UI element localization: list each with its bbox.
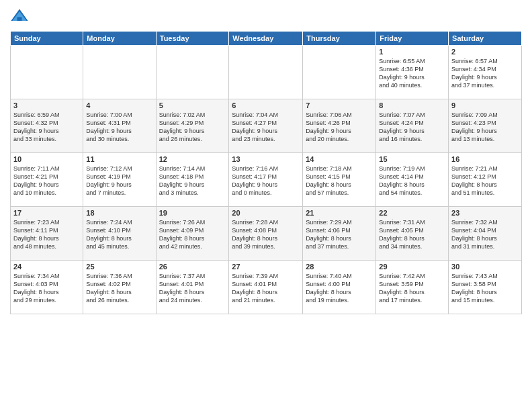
calendar-cell: 28Sunrise: 7:40 AM Sunset: 4:00 PM Dayli… — [303, 261, 376, 314]
page: SundayMondayTuesdayWednesdayThursdayFrid… — [0, 0, 532, 411]
day-number: 24 — [13, 263, 80, 271]
day-info: Sunrise: 7:34 AM Sunset: 4:03 PM Dayligh… — [13, 272, 80, 305]
day-number: 20 — [232, 209, 300, 217]
calendar-cell: 17Sunrise: 7:23 AM Sunset: 4:11 PM Dayli… — [11, 207, 83, 261]
day-number: 3 — [13, 101, 80, 109]
logo — [10, 7, 32, 26]
calendar-cell: 2Sunrise: 6:57 AM Sunset: 4:34 PM Daylig… — [449, 46, 522, 99]
day-number: 6 — [232, 101, 300, 109]
calendar-cell: 5Sunrise: 7:02 AM Sunset: 4:29 PM Daylig… — [156, 99, 229, 153]
day-number: 4 — [86, 101, 152, 109]
week-row-4: 17Sunrise: 7:23 AM Sunset: 4:11 PM Dayli… — [11, 207, 522, 261]
calendar-cell — [11, 46, 83, 99]
logo-icon — [10, 7, 29, 26]
calendar-cell: 29Sunrise: 7:42 AM Sunset: 3:59 PM Dayli… — [376, 261, 449, 314]
day-number: 11 — [86, 155, 152, 163]
day-number: 1 — [379, 48, 445, 56]
calendar-cell: 12Sunrise: 7:14 AM Sunset: 4:18 PM Dayli… — [156, 153, 229, 207]
calendar-cell: 25Sunrise: 7:36 AM Sunset: 4:02 PM Dayli… — [83, 261, 156, 314]
calendar-header-row: SundayMondayTuesdayWednesdayThursdayFrid… — [11, 32, 522, 46]
day-info: Sunrise: 7:09 AM Sunset: 4:23 PM Dayligh… — [451, 111, 519, 144]
day-info: Sunrise: 6:59 AM Sunset: 4:32 PM Dayligh… — [13, 111, 80, 144]
calendar-cell — [83, 46, 156, 99]
day-number: 17 — [13, 209, 80, 217]
day-number: 13 — [232, 155, 300, 163]
day-info: Sunrise: 7:40 AM Sunset: 4:00 PM Dayligh… — [306, 272, 373, 305]
day-info: Sunrise: 7:19 AM Sunset: 4:14 PM Dayligh… — [379, 165, 445, 197]
day-info: Sunrise: 7:39 AM Sunset: 4:01 PM Dayligh… — [232, 272, 300, 305]
day-number: 7 — [306, 101, 373, 109]
day-number: 25 — [86, 263, 152, 271]
calendar-cell: 18Sunrise: 7:24 AM Sunset: 4:10 PM Dayli… — [83, 207, 156, 261]
day-info: Sunrise: 7:42 AM Sunset: 3:59 PM Dayligh… — [379, 272, 445, 305]
calendar-cell: 4Sunrise: 7:00 AM Sunset: 4:31 PM Daylig… — [83, 99, 156, 153]
day-info: Sunrise: 7:14 AM Sunset: 4:18 PM Dayligh… — [159, 165, 226, 197]
calendar-cell — [303, 46, 376, 99]
calendar-cell: 6Sunrise: 7:04 AM Sunset: 4:27 PM Daylig… — [229, 99, 303, 153]
week-row-3: 10Sunrise: 7:11 AM Sunset: 4:21 PM Dayli… — [11, 153, 522, 207]
day-number: 21 — [306, 209, 373, 217]
day-info: Sunrise: 7:29 AM Sunset: 4:06 PM Dayligh… — [306, 218, 373, 251]
day-info: Sunrise: 6:57 AM Sunset: 4:34 PM Dayligh… — [451, 57, 519, 90]
day-info: Sunrise: 7:26 AM Sunset: 4:09 PM Dayligh… — [159, 218, 226, 251]
day-number: 16 — [451, 155, 519, 163]
day-info: Sunrise: 7:43 AM Sunset: 3:58 PM Dayligh… — [451, 272, 519, 305]
column-header-thursday: Thursday — [303, 32, 376, 46]
column-header-sunday: Sunday — [11, 32, 83, 46]
calendar-cell: 21Sunrise: 7:29 AM Sunset: 4:06 PM Dayli… — [303, 207, 376, 261]
day-number: 10 — [13, 155, 80, 163]
day-info: Sunrise: 7:32 AM Sunset: 4:04 PM Dayligh… — [451, 218, 519, 251]
day-number: 14 — [306, 155, 373, 163]
day-number: 30 — [451, 263, 519, 271]
column-header-saturday: Saturday — [449, 32, 522, 46]
day-info: Sunrise: 7:02 AM Sunset: 4:29 PM Dayligh… — [159, 111, 226, 144]
calendar-cell: 27Sunrise: 7:39 AM Sunset: 4:01 PM Dayli… — [229, 261, 303, 314]
day-info: Sunrise: 6:55 AM Sunset: 4:36 PM Dayligh… — [379, 57, 445, 90]
day-info: Sunrise: 7:04 AM Sunset: 4:27 PM Dayligh… — [232, 111, 300, 144]
day-number: 22 — [379, 209, 445, 217]
calendar-cell: 11Sunrise: 7:12 AM Sunset: 4:19 PM Dayli… — [83, 153, 156, 207]
calendar-cell — [156, 46, 229, 99]
calendar-cell: 16Sunrise: 7:21 AM Sunset: 4:12 PM Dayli… — [449, 153, 522, 207]
calendar-cell: 9Sunrise: 7:09 AM Sunset: 4:23 PM Daylig… — [449, 99, 522, 153]
day-number: 23 — [451, 209, 519, 217]
day-number: 9 — [451, 101, 519, 109]
week-row-2: 3Sunrise: 6:59 AM Sunset: 4:32 PM Daylig… — [11, 99, 522, 153]
calendar-cell: 19Sunrise: 7:26 AM Sunset: 4:09 PM Dayli… — [156, 207, 229, 261]
day-info: Sunrise: 7:06 AM Sunset: 4:26 PM Dayligh… — [306, 111, 373, 144]
calendar-cell: 7Sunrise: 7:06 AM Sunset: 4:26 PM Daylig… — [303, 99, 376, 153]
day-number: 5 — [159, 101, 226, 109]
calendar: SundayMondayTuesdayWednesdayThursdayFrid… — [10, 31, 522, 314]
day-number: 26 — [159, 263, 226, 271]
day-info: Sunrise: 7:12 AM Sunset: 4:19 PM Dayligh… — [86, 165, 152, 197]
day-number: 28 — [306, 263, 373, 271]
calendar-cell: 26Sunrise: 7:37 AM Sunset: 4:01 PM Dayli… — [156, 261, 229, 314]
day-info: Sunrise: 7:07 AM Sunset: 4:24 PM Dayligh… — [379, 111, 445, 144]
calendar-cell: 23Sunrise: 7:32 AM Sunset: 4:04 PM Dayli… — [449, 207, 522, 261]
header — [10, 7, 522, 26]
column-header-monday: Monday — [83, 32, 156, 46]
calendar-cell: 14Sunrise: 7:18 AM Sunset: 4:15 PM Dayli… — [303, 153, 376, 207]
day-number: 18 — [86, 209, 152, 217]
day-info: Sunrise: 7:24 AM Sunset: 4:10 PM Dayligh… — [86, 218, 152, 251]
day-number: 8 — [379, 101, 445, 109]
week-row-5: 24Sunrise: 7:34 AM Sunset: 4:03 PM Dayli… — [11, 261, 522, 314]
day-info: Sunrise: 7:37 AM Sunset: 4:01 PM Dayligh… — [159, 272, 226, 305]
day-info: Sunrise: 7:18 AM Sunset: 4:15 PM Dayligh… — [306, 165, 373, 197]
column-header-tuesday: Tuesday — [156, 32, 229, 46]
day-info: Sunrise: 7:28 AM Sunset: 4:08 PM Dayligh… — [232, 218, 300, 251]
day-number: 29 — [379, 263, 445, 271]
day-info: Sunrise: 7:21 AM Sunset: 4:12 PM Dayligh… — [451, 165, 519, 197]
column-header-friday: Friday — [376, 32, 449, 46]
day-info: Sunrise: 7:11 AM Sunset: 4:21 PM Dayligh… — [13, 165, 80, 197]
calendar-cell: 13Sunrise: 7:16 AM Sunset: 4:17 PM Dayli… — [229, 153, 303, 207]
column-header-wednesday: Wednesday — [229, 32, 303, 46]
calendar-cell — [229, 46, 303, 99]
day-info: Sunrise: 7:36 AM Sunset: 4:02 PM Dayligh… — [86, 272, 152, 305]
day-number: 19 — [159, 209, 226, 217]
day-number: 27 — [232, 263, 300, 271]
calendar-cell: 24Sunrise: 7:34 AM Sunset: 4:03 PM Dayli… — [11, 261, 83, 314]
calendar-cell: 15Sunrise: 7:19 AM Sunset: 4:14 PM Dayli… — [376, 153, 449, 207]
week-row-1: 1Sunrise: 6:55 AM Sunset: 4:36 PM Daylig… — [11, 46, 522, 99]
calendar-cell: 3Sunrise: 6:59 AM Sunset: 4:32 PM Daylig… — [11, 99, 83, 153]
